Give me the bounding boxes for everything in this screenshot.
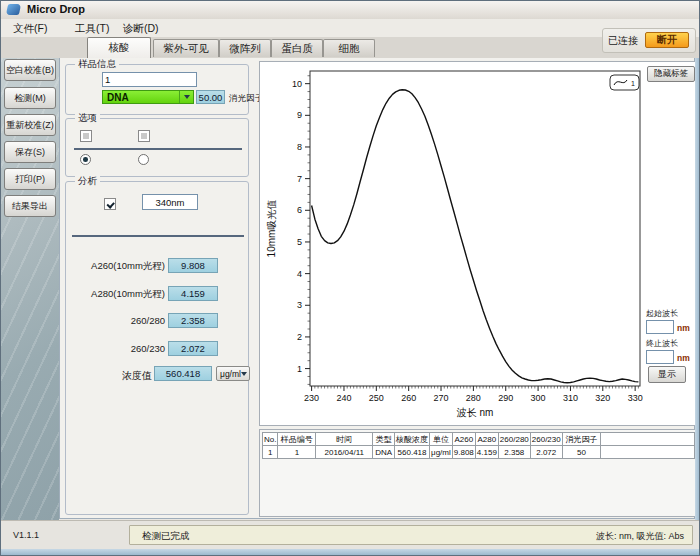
col-no: No. — [263, 433, 278, 446]
svg-text:320: 320 — [595, 393, 610, 403]
export-results-button[interactable]: 结果导出 — [4, 195, 56, 217]
a260-value: 9.808 — [168, 258, 218, 273]
unit-select[interactable]: μg/ml — [216, 366, 250, 381]
svg-text:2: 2 — [297, 332, 302, 342]
svg-text:1: 1 — [631, 80, 635, 87]
sample-info-title: 样品信息 — [75, 58, 119, 71]
wavelength-input[interactable] — [142, 194, 198, 210]
option-checkbox-1[interactable] — [80, 130, 92, 142]
ratio-260-280-value: 2.358 — [168, 313, 218, 328]
start-wavelength-label: 起始波长 — [646, 308, 678, 319]
svg-text:5: 5 — [297, 237, 302, 247]
chevron-down-icon — [241, 372, 247, 376]
connection-panel: 已连接 断开 — [602, 28, 696, 53]
unit-value: μg/ml — [220, 369, 241, 379]
concentration-label: 浓度值 — [107, 369, 152, 383]
svg-text:4: 4 — [297, 269, 302, 279]
tab-microarray[interactable]: 微阵列 — [219, 39, 271, 57]
svg-text:310: 310 — [563, 393, 578, 403]
title-bar: Micro Drop — [1, 1, 700, 20]
wavelength-checkbox[interactable] — [104, 198, 116, 210]
cell-time: 2016/04/11 — [316, 446, 373, 459]
col-a280: A280 — [475, 433, 498, 446]
results-panel: No. 样品编号 时间 类型 核酸浓度 单位 A260 A280 260/280… — [259, 429, 696, 517]
col-extinction: 消光因子 — [562, 433, 601, 446]
svg-text:9: 9 — [297, 110, 302, 120]
option-checkbox-2[interactable] — [138, 130, 150, 142]
recalibrate-button[interactable]: 重新校准(Z) — [4, 114, 56, 136]
status-bar: V1.1.1 检测已完成 波长: nm, 吸光值: Abs — [1, 520, 700, 549]
cell-type: DNA — [373, 446, 395, 459]
cell-a260: 9.808 — [452, 446, 475, 459]
hide-labels-button[interactable]: 隐藏标签 — [647, 66, 695, 82]
a280-label: A280(10mm光程) — [76, 288, 165, 301]
measure-button[interactable]: 检测(M) — [4, 87, 56, 109]
cell-no: 1 — [263, 446, 278, 459]
svg-text:10: 10 — [292, 79, 302, 89]
concentration-value: 560.418 — [154, 366, 212, 381]
window-bottom-border — [1, 549, 700, 556]
tab-uv-vis[interactable]: 紫外-可见 — [153, 39, 219, 57]
menu-file[interactable]: 文件(F) — [9, 21, 51, 37]
extinction-factor-label: 消光因子 — [229, 93, 263, 105]
tab-cell[interactable]: 细胞 — [323, 39, 375, 57]
ratio-260-230-value: 2.072 — [168, 341, 218, 356]
table-row[interactable]: 1 1 2016/04/11 DNA 560.418 μg/ml 9.808 4… — [263, 446, 695, 459]
col-a260: A260 — [452, 433, 475, 446]
col-260-280: 260/280 — [498, 433, 530, 446]
status-message: 检测已完成 — [142, 530, 190, 543]
options-divider — [74, 148, 242, 150]
option-radio-1[interactable] — [80, 154, 91, 165]
svg-text:240: 240 — [336, 393, 351, 403]
svg-text:7: 7 — [297, 174, 302, 184]
a260-label: A260(10mm光程) — [76, 260, 165, 273]
start-wavelength-input[interactable] — [646, 320, 674, 334]
tab-protein[interactable]: 蛋白质 — [271, 39, 323, 57]
version-label: V1.1.1 — [13, 530, 39, 540]
svg-text:3: 3 — [297, 300, 302, 310]
show-button[interactable]: 显示 — [648, 366, 686, 383]
end-wavelength-label: 终止波长 — [646, 338, 678, 349]
svg-text:250: 250 — [369, 393, 384, 403]
col-filler — [601, 433, 695, 446]
options-group: 选项 — [65, 118, 249, 177]
menu-tools[interactable]: 工具(T) — [71, 21, 113, 37]
analysis-group: 分析 A260(10mm光程) 9.808 A280(10mm光程) 4.159… — [65, 181, 249, 515]
menu-diagnosis[interactable]: 诊断(D) — [119, 21, 163, 37]
end-wavelength-input[interactable] — [646, 350, 674, 364]
analysis-title: 分析 — [75, 175, 100, 188]
app-window: Micro Drop 文件(F) 工具(T) 诊断(D) 核酸 紫外-可见 微阵… — [0, 0, 700, 556]
end-wavelength-unit: nm — [677, 353, 690, 363]
svg-text:300: 300 — [531, 393, 546, 403]
blank-calibration-button[interactable]: 空白校准(B) — [4, 59, 56, 81]
cell-260-230: 2.072 — [530, 446, 562, 459]
cell-260-280: 2.358 — [498, 446, 530, 459]
svg-text:10mm吸光值: 10mm吸光值 — [266, 200, 277, 258]
disconnect-button[interactable]: 断开 — [645, 32, 689, 48]
start-wavelength-unit: nm — [677, 323, 690, 333]
status-panel: 检测已完成 波长: nm, 吸光值: Abs — [129, 525, 693, 545]
window-title: Micro Drop — [27, 3, 85, 15]
sample-type-select[interactable]: DNA — [102, 90, 194, 104]
app-icon — [6, 4, 21, 15]
cell-sample-id: 1 — [278, 446, 316, 459]
cell-extinction: 50 — [562, 446, 601, 459]
option-radio-2[interactable] — [138, 154, 149, 165]
svg-text:6: 6 — [297, 205, 302, 215]
spectrum-panel: 2302402502602702802903003103203301234567… — [259, 61, 696, 426]
svg-text:230: 230 — [304, 393, 319, 403]
svg-text:280: 280 — [466, 393, 481, 403]
cell-filler — [601, 446, 695, 459]
svg-text:8: 8 — [297, 142, 302, 152]
connection-status-label: 已连接 — [608, 34, 638, 48]
save-button[interactable]: 保存(S) — [4, 141, 56, 163]
sample-id-input[interactable] — [102, 72, 197, 87]
a280-value: 4.159 — [168, 286, 218, 301]
col-time: 时间 — [316, 433, 373, 446]
col-unit: 单位 — [430, 433, 453, 446]
tab-nucleic-acid[interactable]: 核酸 — [87, 37, 151, 58]
results-table[interactable]: No. 样品编号 时间 类型 核酸浓度 单位 A260 A280 260/280… — [262, 432, 695, 459]
print-button[interactable]: 打印(P) — [4, 168, 56, 190]
col-260-230: 260/230 — [530, 433, 562, 446]
col-concentration: 核酸浓度 — [395, 433, 430, 446]
